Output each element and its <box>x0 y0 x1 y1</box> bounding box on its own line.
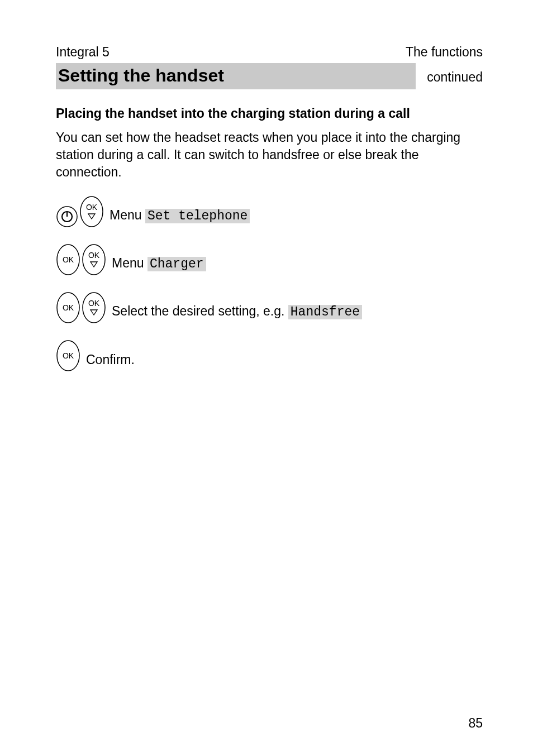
svg-marker-15 <box>91 310 97 315</box>
svg-text:OK: OK <box>63 303 74 312</box>
ok-key-icon: OK <box>56 243 80 276</box>
page-title: Setting the handset <box>56 63 416 89</box>
svg-marker-5 <box>88 214 95 219</box>
svg-point-8 <box>83 245 105 275</box>
title-bar: Setting the handset continued <box>56 63 483 89</box>
continued-label: continued <box>416 70 483 85</box>
svg-text:OK: OK <box>86 203 98 212</box>
svg-text:OK: OK <box>63 255 74 264</box>
ok-down-key-icon: OK <box>79 195 104 228</box>
svg-text:OK: OK <box>88 251 100 260</box>
step-4-text: Confirm. <box>82 352 135 372</box>
ok-key-icon: OK <box>56 291 80 324</box>
svg-point-3 <box>80 197 103 227</box>
header-right: The functions <box>406 45 483 60</box>
ok-down-key-icon: OK <box>82 291 106 324</box>
page-number: 85 <box>468 716 483 731</box>
step-2-text: Menu Charger <box>107 256 206 276</box>
step-3-text: Select the desired setting, e.g. Handsfr… <box>107 304 362 324</box>
menu-item: Charger <box>147 257 206 271</box>
step-1: OK Menu Set telephone <box>56 195 483 228</box>
svg-text:OK: OK <box>88 299 100 308</box>
step-4: OK Confirm. <box>56 339 483 372</box>
step-1-text: Menu Set telephone <box>105 208 250 228</box>
step-2: OK OK Menu Charger <box>56 243 483 276</box>
menu-item: Set telephone <box>145 209 250 223</box>
document-page: Integral 5 The functions Setting the han… <box>0 0 533 756</box>
svg-text:OK: OK <box>63 351 74 360</box>
section-heading: Placing the handset into the charging st… <box>56 106 483 121</box>
ok-down-key-icon: OK <box>82 243 106 276</box>
menu-item: Handsfree <box>288 305 362 319</box>
menu-word: Menu <box>110 208 142 222</box>
menu-word: Menu <box>112 256 144 270</box>
svg-point-13 <box>83 293 105 323</box>
svg-marker-10 <box>91 262 97 267</box>
header: Integral 5 The functions <box>56 45 483 60</box>
power-key-icon <box>56 205 78 228</box>
header-left: Integral 5 <box>56 45 110 60</box>
step-3: OK OK Select the desired setting, e.g. H… <box>56 291 483 324</box>
select-text: Select the desired setting, e.g. <box>112 304 284 318</box>
ok-key-icon: OK <box>56 339 80 372</box>
intro-paragraph: You can set how the headset reacts when … <box>56 129 483 181</box>
